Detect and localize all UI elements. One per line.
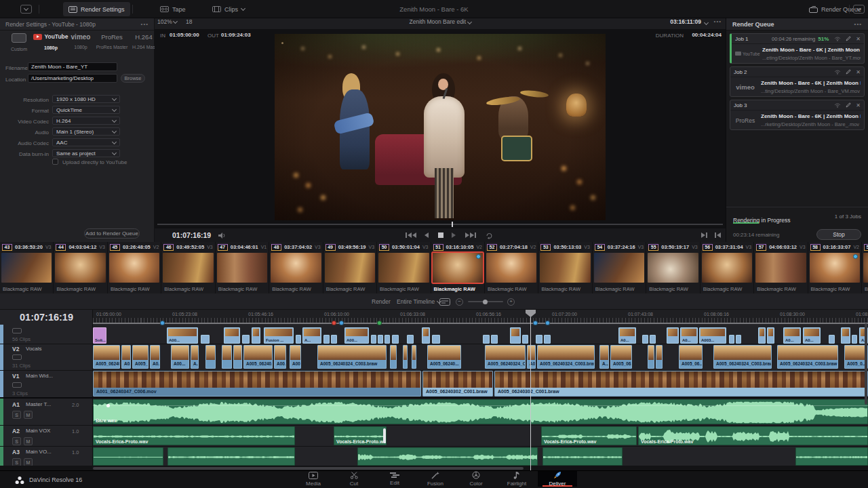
a3-track-name[interactable]: Main VO... [26, 449, 52, 455]
clip-thumbnail[interactable] [810, 253, 860, 283]
clip-thumbnail[interactable] [594, 253, 644, 283]
clip-thumbnail[interactable] [540, 253, 590, 283]
v3-clip[interactable]: Fusion ... [264, 327, 294, 344]
viewer-scrub-bar[interactable] [157, 224, 723, 225]
clip-thumbnail-cell[interactable]: 4703:04:46:01V1Blackmagic RAW [216, 242, 269, 293]
v2-track-name[interactable]: Vocals [26, 346, 42, 352]
v1-track-id[interactable]: V1 [12, 373, 19, 380]
v1-clip[interactable]: A001_06240347_C006.mov [93, 371, 421, 396]
tab-fairlight[interactable]: Fairlight [497, 471, 536, 487]
a1-solo-button[interactable]: S [12, 411, 21, 419]
v3-clip[interactable]: Soli... [93, 327, 106, 344]
jump-to-out-button[interactable] [701, 232, 707, 238]
preset-vimeo[interactable]: vimeo1080p [63, 33, 98, 49]
location-input[interactable]: /Users/marketing/Desktop [28, 74, 117, 83]
a2-track-name[interactable]: Main VOX [26, 428, 50, 434]
preset-custom[interactable]: Custom [1, 33, 37, 52]
v2-clip[interactable] [656, 345, 663, 369]
scrub-playhead[interactable] [452, 222, 453, 227]
clip-thumbnail[interactable] [271, 253, 321, 283]
automation-point[interactable] [106, 404, 110, 407]
v2-clip[interactable]: A005_06240... [427, 345, 461, 369]
tab-fusion[interactable]: Fusion [416, 471, 455, 487]
v2-clip[interactable] [222, 345, 232, 369]
timeline-marker[interactable] [545, 321, 550, 325]
v3-clip[interactable] [407, 335, 414, 344]
select-data-burn-in[interactable]: Same as project [52, 149, 120, 157]
v1-track-icon[interactable] [12, 382, 22, 388]
v2-clip[interactable]: A... [599, 345, 609, 369]
a1-track-name[interactable]: Master T... [26, 401, 51, 407]
render-job-card[interactable]: Job 2✕vimeoZenith Moon - Bare - 6K | Zen… [730, 66, 865, 97]
a3-track-id[interactable]: A3 [12, 449, 20, 455]
vertical-scrollbar[interactable] [865, 323, 867, 405]
tape-button[interactable]: Tape [155, 0, 191, 18]
filename-input[interactable]: Zenith Moon - Bare_YT [28, 62, 117, 71]
v2-clip[interactable]: A005_06240... [243, 345, 273, 369]
playhead-line[interactable] [530, 310, 531, 470]
a2-mute-button[interactable]: M [24, 437, 33, 445]
v2-clip[interactable]: A00... [171, 345, 189, 369]
v3-clip[interactable] [767, 327, 774, 344]
clip-thumbnail[interactable] [1, 253, 52, 283]
clip-thumbnail[interactable] [702, 253, 752, 283]
remove-job-icon[interactable]: ✕ [856, 69, 861, 75]
scrollbar-thumb[interactable] [93, 467, 524, 470]
render-job-card[interactable]: Job 3✕ProResZenith Moon - Bare - 6K | Ze… [730, 100, 865, 130]
a2-clip[interactable]: Vocals-Erica-Proto.wav [93, 426, 295, 445]
clip-thumbnail[interactable] [325, 253, 375, 283]
play-reverse-button[interactable] [425, 232, 429, 238]
clip-thumbnail[interactable] [217, 253, 267, 283]
a2-solo-button[interactable]: S [12, 437, 21, 445]
add-to-render-queue-button[interactable]: Add to Render Queue [84, 228, 140, 239]
v2-track-id[interactable]: V2 [12, 346, 19, 352]
upload-youtube-checkbox[interactable] [52, 159, 58, 165]
v3-clip[interactable] [736, 335, 741, 344]
first-frame-button[interactable] [406, 232, 416, 238]
clip-thumbnail[interactable] [755, 253, 806, 283]
v2-clip[interactable]: A005_06240324_C0... [485, 345, 526, 369]
remove-job-icon[interactable]: ✕ [856, 102, 861, 108]
v2-clip[interactable] [648, 345, 654, 369]
browse-button[interactable]: Browse [121, 74, 145, 83]
v3-clip[interactable] [491, 335, 498, 344]
v3-clip[interactable]: A... [302, 327, 321, 344]
a1-track-id[interactable]: A1 [12, 401, 20, 408]
v3-clip[interactable]: A00... [167, 327, 198, 344]
v3-clip[interactable] [252, 327, 260, 344]
clip-thumbnail-cell[interactable]: 5903:26:41:09Blackmagic RAW [862, 242, 868, 293]
loop-icon[interactable] [486, 232, 493, 239]
play-button[interactable] [452, 232, 456, 238]
clip-thumbnail-cell[interactable]: 5503:50:19:17V3Blackmagic RAW [646, 242, 700, 293]
clip-thumbnail[interactable] [486, 253, 536, 283]
tab-color[interactable]: Color [456, 471, 496, 487]
v2-clip[interactable]: A005_06240... [93, 345, 120, 369]
preset-prores[interactable]: ProResProRes Master [94, 33, 130, 49]
clip-thumbnail[interactable] [109, 253, 159, 283]
v3-clip[interactable] [224, 327, 240, 344]
v3-clip[interactable]: A00... [344, 327, 369, 344]
clip-thumbnail-cell[interactable]: 4803:37:04:02V3Blackmagic RAW [269, 242, 323, 293]
a1-mute-button[interactable]: M [24, 411, 33, 419]
select-video-codec[interactable]: H.264 [52, 117, 120, 125]
viewer-options-icon[interactable]: ••• [714, 18, 722, 24]
v3-clip[interactable] [378, 335, 383, 344]
v3-clip[interactable] [483, 335, 490, 344]
v2-clip[interactable]: A... [191, 345, 199, 369]
clip-thumbnail-cell[interactable]: 5704:06:03:12V3Blackmagic RAW [754, 242, 808, 293]
v3-clip[interactable] [841, 327, 850, 344]
v2-clip[interactable]: A005_06240324_C003.braw [317, 345, 387, 369]
v3-clip[interactable] [296, 335, 301, 344]
jump-to-in-button[interactable] [715, 232, 721, 238]
timeline-marker[interactable] [332, 321, 336, 325]
v3-clip[interactable] [323, 335, 330, 344]
v2-clip[interactable]: A0... [121, 345, 131, 369]
select-audio[interactable]: Main 1 (Stereo) [52, 127, 120, 136]
render-range-select[interactable]: Entire Timeline [397, 293, 441, 310]
tab-media[interactable]: Media [294, 471, 333, 487]
timeline-zoom-slider[interactable] [468, 293, 503, 310]
edit-job-icon[interactable] [846, 69, 851, 75]
clip-thumbnail[interactable] [55, 253, 105, 283]
clip-thumbnail-cell[interactable]: 5103:16:10:05V2Blackmagic RAW [431, 242, 485, 293]
right-panel-toggle-icon[interactable] [853, 5, 865, 14]
